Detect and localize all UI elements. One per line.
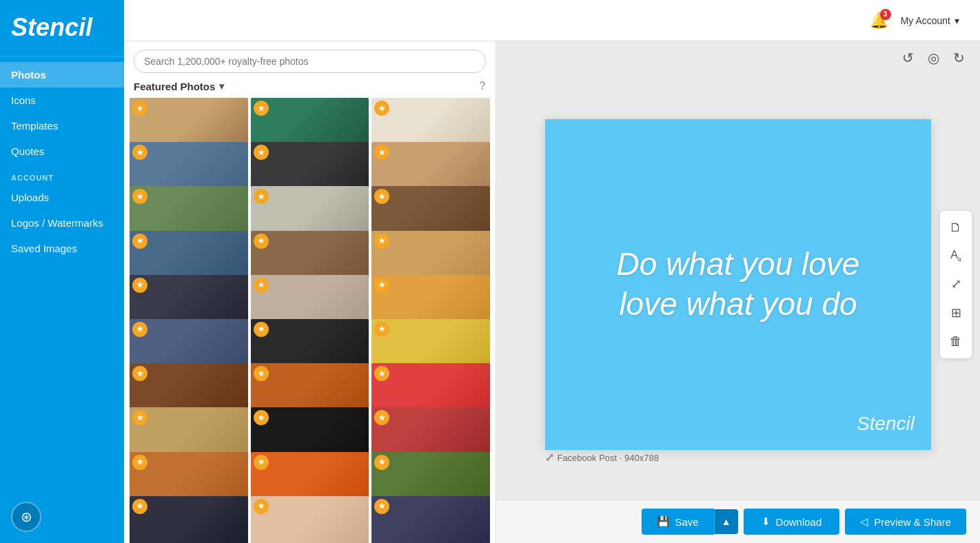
photo-badge: ★ — [374, 234, 389, 249]
photo-badge: ★ — [374, 410, 389, 425]
sidebar-item-logos-watermarks[interactable]: Logos / Watermarks — [0, 210, 124, 236]
quotes-label: Quotes — [11, 145, 44, 157]
help-button[interactable]: ⊛ — [11, 502, 41, 532]
canvas-quote-line2: love what you do — [619, 286, 857, 322]
sidebar: Stencil Photos Icons Templates Quotes AC… — [0, 0, 124, 543]
canvas-size-label: Facebook Post · 940x788 — [557, 453, 658, 463]
photo-badge: ★ — [374, 101, 389, 116]
photo-badge: ★ — [254, 455, 269, 470]
toolbar-top: ↺ ◎ ↻ — [496, 41, 980, 69]
photo-badge: ★ — [374, 278, 389, 293]
account-chevron-icon: ▾ — [955, 15, 959, 26]
photo-badge: ★ — [254, 410, 269, 425]
canvas-size-label-wrapper: ⤢ Facebook Post · 940x788 — [545, 451, 659, 464]
sidebar-item-saved-images[interactable]: Saved Images — [0, 236, 124, 261]
photo-item[interactable]: ★ — [130, 496, 248, 543]
header-bar: 🔔 3 My Account ▾ — [124, 0, 980, 41]
photo-badge: ★ — [132, 410, 147, 425]
photo-badge: ★ — [132, 322, 147, 337]
photo-badge: ★ — [254, 499, 269, 514]
notification-button[interactable]: 🔔 3 — [870, 12, 888, 30]
download-button[interactable]: ⬇ Download — [744, 509, 840, 535]
app-logo: Stencil — [11, 12, 113, 42]
photo-badge: ★ — [132, 101, 147, 116]
main-area: ↺ ◎ ↻ Do what you love love what you do … — [496, 0, 980, 543]
text-button[interactable]: Aa — [944, 244, 968, 266]
photo-badge: ★ — [254, 189, 269, 204]
photo-panel: Featured Photos ▾ ? ★★★★★★★★★★★★★★★★★★★★… — [124, 0, 496, 543]
save-icon: 💾 — [657, 515, 670, 528]
account-label: My Account — [901, 15, 950, 26]
sidebar-item-icons[interactable]: Icons — [0, 88, 124, 113]
photo-item[interactable]: ★ — [251, 496, 369, 543]
photo-badge: ★ — [374, 499, 389, 514]
trash-icon: 🗑 — [950, 334, 962, 349]
saved-images-label: Saved Images — [11, 243, 77, 254]
page-settings-button[interactable]: 🗋 — [944, 216, 968, 238]
account-section-label: ACCOUNT — [0, 164, 124, 185]
search-input[interactable] — [134, 50, 486, 73]
icons-label: Icons — [11, 94, 36, 106]
photo-badge: ★ — [254, 101, 269, 116]
delete-button[interactable]: 🗑 — [944, 330, 968, 353]
save-arrow-icon: ▲ — [722, 516, 731, 527]
my-account-button[interactable]: My Account ▾ — [894, 11, 966, 30]
share-icon: ◁ — [860, 515, 868, 528]
notification-badge: 3 — [880, 9, 891, 20]
photo-badge: ★ — [132, 234, 147, 249]
sidebar-nav: Photos Icons Templates Quotes — [0, 57, 124, 164]
right-tools: 🗋 Aa ⤢ ⊞ 🗑 — [940, 210, 972, 358]
photo-badge: ★ — [374, 145, 389, 160]
redo-button[interactable]: ↻ — [949, 47, 969, 69]
templates-label: Templates — [11, 120, 58, 132]
photo-badge: ★ — [254, 145, 269, 160]
featured-help-icon[interactable]: ? — [479, 80, 486, 92]
photo-badge: ★ — [132, 455, 147, 470]
canvas-watermark: Stencil — [857, 413, 915, 435]
photo-item[interactable]: ★ — [371, 496, 490, 543]
sidebar-item-quotes[interactable]: Quotes — [0, 139, 124, 164]
download-label: Download — [776, 516, 822, 528]
canvas-wrapper: Do what you love love what you do Stenci… — [496, 69, 980, 500]
photo-badge: ★ — [132, 366, 147, 381]
uploads-label: Uploads — [11, 192, 49, 203]
canvas[interactable]: Do what you love love what you do Stenci… — [545, 119, 931, 450]
undo-button[interactable]: ↺ — [898, 47, 918, 69]
preview-label: Preview & Share — [874, 516, 951, 528]
scale-button[interactable]: ⤢ — [944, 272, 968, 296]
grid-button[interactable]: ⊞ — [944, 301, 968, 325]
canvas-quote-line1: Do what you love — [617, 246, 860, 282]
sidebar-item-uploads[interactable]: Uploads — [0, 185, 124, 210]
photo-badge: ★ — [374, 455, 389, 470]
expand-icon: ⤢ — [545, 451, 554, 463]
save-group: 💾 Save ▲ — [642, 509, 738, 535]
text-icon: Aa — [950, 248, 961, 262]
photo-badge: ★ — [374, 366, 389, 381]
action-bar: 💾 Save ▲ ⬇ Download ◁ Preview & Share — [496, 500, 980, 543]
photo-badge: ★ — [254, 322, 269, 337]
photos-label: Photos — [11, 69, 46, 81]
page-icon: 🗋 — [950, 220, 962, 234]
sidebar-item-templates[interactable]: Templates — [0, 113, 124, 139]
preview-share-button[interactable]: ◁ Preview & Share — [845, 509, 966, 535]
save-dropdown-button[interactable]: ▲ — [714, 509, 738, 534]
logo-area: Stencil — [0, 0, 124, 57]
photo-badge: ★ — [132, 145, 147, 160]
save-button[interactable]: 💾 Save — [642, 509, 714, 535]
scale-icon: ⤢ — [951, 276, 961, 291]
download-icon: ⬇ — [762, 515, 770, 528]
photo-badge: ★ — [132, 278, 147, 293]
history-button[interactable]: ◎ — [923, 47, 943, 69]
featured-header: Featured Photos ▾ ? — [124, 73, 496, 98]
photo-badge: ★ — [254, 366, 269, 381]
featured-chevron-icon[interactable]: ▾ — [219, 81, 224, 92]
canvas-quote: Do what you love love what you do — [596, 245, 881, 324]
grid-icon: ⊞ — [951, 305, 961, 320]
photo-badge: ★ — [254, 278, 269, 293]
search-bar — [124, 41, 496, 73]
photo-badge: ★ — [132, 499, 147, 514]
logos-watermarks-label: Logos / Watermarks — [11, 217, 103, 229]
save-label: Save — [675, 516, 699, 528]
sidebar-item-photos[interactable]: Photos — [0, 62, 124, 88]
help-icon: ⊛ — [21, 509, 32, 525]
